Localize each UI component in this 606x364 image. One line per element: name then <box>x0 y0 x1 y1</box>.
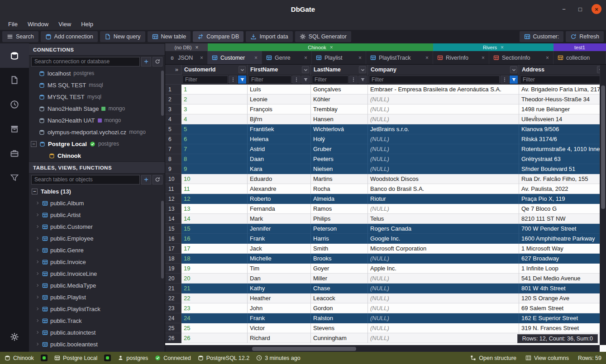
toolbar-button-refresh[interactable]: Refresh <box>566 31 604 42</box>
cell-customerid[interactable]: 6 <box>181 134 248 144</box>
cell-address[interactable]: Theodor-Heuss-Straße 34 <box>519 95 606 104</box>
tab-close-icon[interactable]: × <box>200 55 203 61</box>
tab-playlisttrack[interactable]: PlaylistTrack× <box>366 51 433 64</box>
expand-icon[interactable] <box>35 341 40 348</box>
cell-lastname[interactable]: Peeters <box>311 154 368 164</box>
status-view-columns[interactable]: View columns <box>525 355 569 361</box>
tables-scrollbar[interactable] <box>161 201 164 279</box>
connection-item-postgre-local[interactable]: −Postgre Localpostgres <box>29 138 165 150</box>
row-number[interactable]: 14 <box>165 214 181 224</box>
cell-firstname[interactable]: Frank <box>248 313 311 323</box>
cell-company[interactable]: (NULL) <box>368 114 519 124</box>
filter-menu-button[interactable] <box>229 76 237 84</box>
cell-company[interactable]: (NULL) <box>368 284 519 293</box>
cell-customerid[interactable]: 17 <box>181 244 248 254</box>
tab-genre[interactable]: Genre× <box>262 51 312 64</box>
cell-firstname[interactable]: Mark <box>248 214 311 224</box>
cell-firstname[interactable]: Eduardo <box>248 174 311 184</box>
cell-customerid[interactable]: 22 <box>181 293 248 303</box>
cell-lastname[interactable]: Chase <box>311 284 368 293</box>
status-chinook[interactable]: Chinook <box>5 355 34 361</box>
collapse-icon[interactable]: − <box>31 141 37 147</box>
grid-row[interactable]: 88DaanPeeters(NULL)Grétrystraat 63 <box>165 154 606 164</box>
row-number[interactable]: 4 <box>165 114 181 124</box>
cell-address[interactable]: 120 S Orange Ave <box>519 293 606 303</box>
cell-company[interactable]: (NULL) <box>368 254 519 264</box>
cell-address[interactable]: 1498 rue Bélanger <box>519 104 606 114</box>
column-header-firstname[interactable]: FirstName <box>248 65 311 75</box>
cell-company[interactable]: Telus <box>368 214 519 224</box>
grid-row[interactable]: 2424FrankRalston(NULL)162 E Superior Str… <box>165 313 606 323</box>
tab-close-icon[interactable]: × <box>482 55 485 61</box>
cell-lastname[interactable]: Philips <box>311 214 368 224</box>
cell-address[interactable]: 319 N. Frances Street <box>519 323 606 333</box>
cell-lastname[interactable]: Goyer <box>311 264 368 274</box>
column-header-customerid[interactable]: CustomerId <box>181 65 248 75</box>
close-button[interactable]: × <box>592 4 601 14</box>
cell-lastname[interactable]: Brooks <box>311 254 368 264</box>
table-item-public-invoice[interactable]: public.Invoice <box>29 256 165 268</box>
sidebar-filter-button[interactable] <box>0 165 29 190</box>
cell-address[interactable]: 541 Del Medio Avenue <box>519 274 606 284</box>
tab-collection[interactable]: collection <box>554 51 606 64</box>
db-group-tab-no-db[interactable]: (no DB)× <box>165 43 208 51</box>
expand-icon[interactable] <box>35 270 40 277</box>
cell-address[interactable]: Ullevĺlsveien 14 <box>519 114 606 124</box>
tab-close-icon[interactable]: × <box>425 55 429 61</box>
cell-customerid[interactable]: 1 <box>181 85 248 95</box>
column-dropdown-button[interactable] <box>302 66 309 73</box>
scrollbar-thumb[interactable] <box>601 85 605 209</box>
tab-close-icon[interactable]: × <box>546 55 549 61</box>
cell-lastname[interactable]: Stevens <box>311 323 368 333</box>
toolbar-button-import-data[interactable]: Import data <box>246 31 292 42</box>
cell-company[interactable]: Embraer - Empresa Brasileira de Aeronáut… <box>368 85 519 95</box>
grid-row[interactable]: 1717JackSmithMicrosoft Corporation1 Micr… <box>165 244 606 254</box>
status-postgres[interactable]: postgres <box>118 355 148 361</box>
connection-item-localhost[interactable]: localhostpostgres <box>29 67 165 79</box>
filter-menu-button[interactable] <box>292 76 301 84</box>
filter-input-address[interactable] <box>520 76 605 84</box>
table-item-public-autoinctest[interactable]: public.autoinctest <box>29 326 165 338</box>
table-item-public-artist[interactable]: public.Artist <box>29 209 165 221</box>
row-number[interactable]: 8 <box>165 154 181 164</box>
expand-icon[interactable] <box>35 282 40 289</box>
toolbar-button-customer[interactable]: Customer: <box>520 31 564 42</box>
menu-file[interactable]: File <box>4 19 22 29</box>
cell-customerid[interactable]: 25 <box>181 323 248 333</box>
grid-row[interactable]: 2121KathyChase(NULL)801 W 4th Street <box>165 284 606 293</box>
cell-lastname[interactable]: Ralston <box>311 313 368 323</box>
grid-row[interactable]: 1818MichelleBrooks(NULL)627 Broadway <box>165 254 606 264</box>
row-number[interactable]: 6 <box>165 134 181 144</box>
cell-customerid[interactable]: 8 <box>181 154 248 164</box>
cell-lastname[interactable]: Holý <box>311 134 368 144</box>
connection-item-nano2health-uat[interactable]: Nano2Health UATmongo <box>29 114 165 126</box>
grid-row[interactable]: 2020DanMiller(NULL)541 Del Medio Avenue <box>165 274 606 284</box>
row-number[interactable]: 24 <box>165 313 181 323</box>
cell-address[interactable]: Rotenturmstraße 4, 1010 Innere Stadt <box>519 144 606 154</box>
cell-customerid[interactable]: 12 <box>181 194 248 204</box>
cell-firstname[interactable]: Roberto <box>248 194 311 204</box>
cell-firstname[interactable]: Bjřrn <box>248 114 311 124</box>
row-number[interactable]: 26 <box>165 333 181 343</box>
cell-firstname[interactable]: Kathy <box>248 284 311 293</box>
table-item-public-playlist[interactable]: public.Playlist <box>29 291 165 303</box>
vertical-scrollbar[interactable] <box>600 65 606 345</box>
cell-firstname[interactable]: Alexandre <box>248 184 311 194</box>
cell-address[interactable]: Rua Dr. Falcão Filho, 155 <box>519 174 606 184</box>
grid-row[interactable]: 1919TimGoyerApple Inc.1 Infinite Loop <box>165 264 606 274</box>
table-item-public-track[interactable]: public.Track <box>29 315 165 326</box>
row-number[interactable]: 23 <box>165 303 181 313</box>
filter-menu-button[interactable] <box>501 76 509 84</box>
cell-company[interactable]: (NULL) <box>368 154 519 164</box>
tables-group-row[interactable]: − Tables (13) <box>29 185 165 197</box>
row-number[interactable]: 3 <box>165 104 181 114</box>
cell-address[interactable]: Grétrystraat 63 <box>519 154 606 164</box>
expand-icon[interactable] <box>35 223 40 230</box>
tables-search-input[interactable] <box>31 175 140 184</box>
row-number[interactable]: 11 <box>165 184 181 194</box>
row-number[interactable]: 22 <box>165 293 181 303</box>
sidebar-archive-button[interactable] <box>0 117 29 141</box>
close-icon[interactable]: × <box>195 44 198 51</box>
refresh-tables-button[interactable] <box>153 175 162 184</box>
maximize-button[interactable]: □ <box>575 4 585 14</box>
